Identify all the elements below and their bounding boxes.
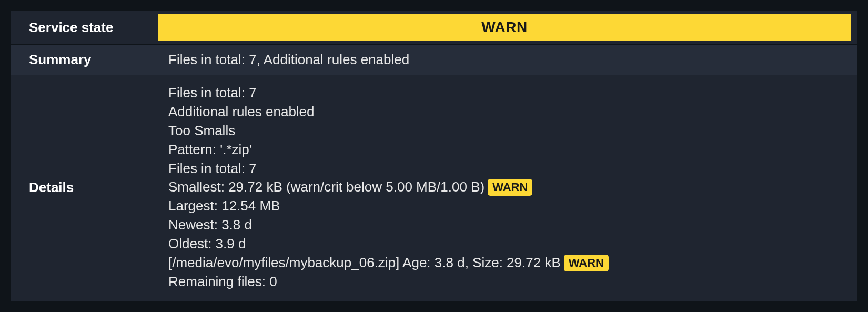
details-line: Files in total: 7 (168, 84, 847, 103)
details-label: Details (11, 174, 158, 201)
service-state-row: Service state WARN (11, 11, 857, 45)
details-content: Files in total: 7Additional rules enable… (158, 79, 857, 296)
details-line-text: Newest: 3.8 d (168, 216, 252, 235)
service-info-panel: Service state WARN Summary Files in tota… (11, 11, 857, 301)
details-line-text: Oldest: 3.9 d (168, 235, 246, 254)
details-line-text: Remaining files: 0 (168, 273, 277, 291)
details-line-text: Largest: 12.54 MB (168, 197, 280, 216)
summary-value: Files in total: 7, Additional rules enab… (158, 46, 857, 73)
details-line: Newest: 3.8 d (168, 216, 847, 235)
details-line-text: Files in total: 7 (168, 84, 257, 103)
warn-badge: WARN (564, 255, 609, 271)
details-line: Files in total: 7 (168, 159, 847, 178)
details-line: [/media/evo/myfiles/mybackup_06.zip] Age… (168, 254, 847, 273)
details-line-text: Additional rules enabled (168, 103, 315, 122)
warn-badge: WARN (488, 179, 532, 196)
details-line: Largest: 12.54 MB (168, 197, 847, 216)
details-line-text: Files in total: 7 (168, 159, 257, 178)
details-line: Pattern: '.*zip' (168, 140, 847, 159)
details-line-text: Smallest: 29.72 kB (warn/crit below 5.00… (168, 178, 485, 197)
details-line: Smallest: 29.72 kB (warn/crit below 5.00… (168, 178, 847, 197)
service-state-label: Service state (11, 14, 158, 41)
details-line: Additional rules enabled (168, 103, 847, 122)
summary-row: Summary Files in total: 7, Additional ru… (11, 45, 857, 75)
details-line: Remaining files: 0 (168, 273, 847, 291)
details-line: Too Smalls (168, 122, 847, 140)
details-line-text: Pattern: '.*zip' (168, 140, 252, 159)
details-line-text: Too Smalls (168, 122, 235, 140)
details-line: Oldest: 3.9 d (168, 235, 847, 254)
details-row: Details Files in total: 7Additional rule… (11, 75, 857, 301)
summary-label: Summary (11, 46, 158, 73)
details-line-text: [/media/evo/myfiles/mybackup_06.zip] Age… (168, 254, 561, 273)
state-badge: WARN (158, 14, 851, 41)
